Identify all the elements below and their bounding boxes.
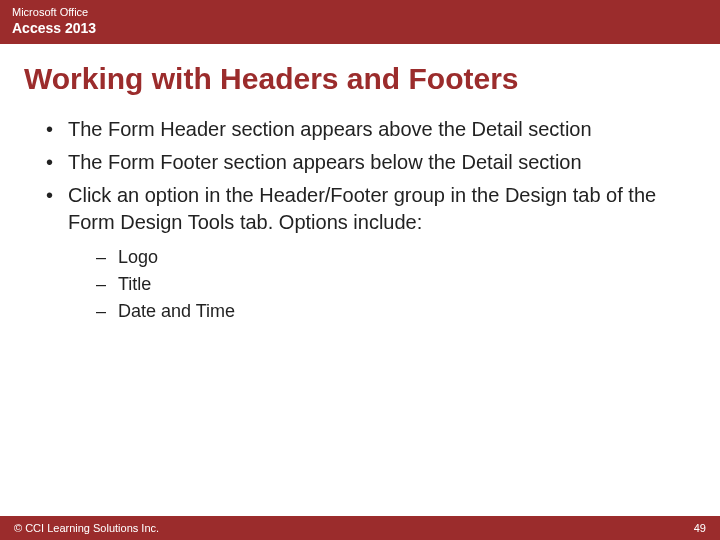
page-number: 49	[694, 522, 706, 534]
bullet-list: The Form Header section appears above th…	[40, 116, 680, 236]
sub-item: Date and Time	[96, 298, 680, 325]
sub-item: Title	[96, 271, 680, 298]
brand-line-2: Access 2013	[12, 20, 708, 36]
slide-title: Working with Headers and Footers	[0, 44, 720, 104]
sub-item: Logo	[96, 244, 680, 271]
slide: Microsoft Office Access 2013 Working wit…	[0, 0, 720, 540]
bullet-item: Click an option in the Header/Footer gro…	[40, 182, 680, 236]
brand-header: Microsoft Office Access 2013	[0, 0, 720, 44]
bullet-item: The Form Footer section appears below th…	[40, 149, 680, 176]
slide-body: The Form Header section appears above th…	[0, 104, 720, 516]
slide-footer: © CCI Learning Solutions Inc. 49	[0, 516, 720, 540]
bullet-item: The Form Header section appears above th…	[40, 116, 680, 143]
brand-line-1: Microsoft Office	[12, 6, 708, 18]
copyright-text: © CCI Learning Solutions Inc.	[14, 522, 159, 534]
sub-list: Logo Title Date and Time	[96, 244, 680, 325]
